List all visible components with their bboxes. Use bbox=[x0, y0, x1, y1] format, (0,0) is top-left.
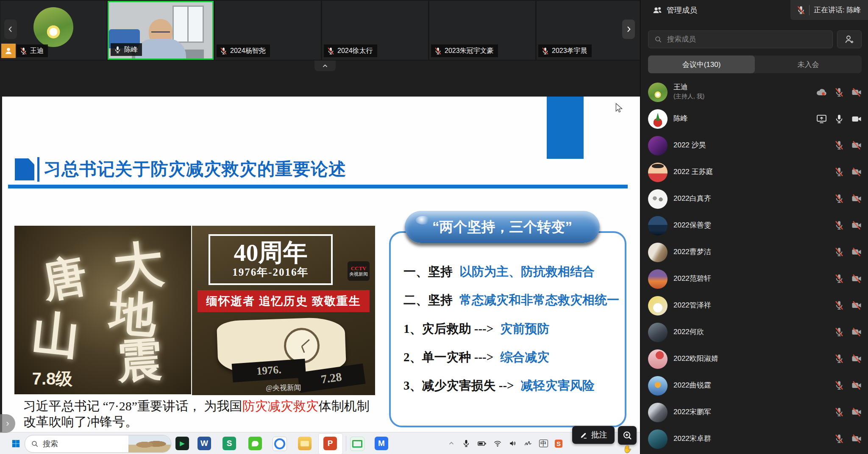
taskbar-divider bbox=[346, 436, 346, 451]
chevron-left-icon bbox=[6, 25, 15, 33]
member-search-box[interactable] bbox=[648, 30, 833, 48]
camera-muted-icon[interactable] bbox=[851, 354, 862, 364]
member-row[interactable]: 2022 沙昊 bbox=[640, 133, 868, 158]
camera-muted-icon[interactable] bbox=[851, 274, 862, 284]
member-row[interactable]: 2022宋鹏军 bbox=[640, 400, 868, 425]
tab-not-joined[interactable]: 未入会 bbox=[755, 55, 862, 73]
mic-on-icon[interactable] bbox=[834, 114, 844, 124]
camera-muted-icon[interactable] bbox=[851, 380, 862, 390]
anniversary-40-image: 40周年 1976年-2016年 CCTV 央视新闻 缅怀逝者 追忆历史 致敬重… bbox=[192, 226, 375, 395]
strip-prev-button[interactable] bbox=[4, 19, 17, 39]
now-speaking-overlay: 正在讲话: 陈峰 bbox=[790, 0, 868, 20]
member-row[interactable]: 2022宋卓群 bbox=[640, 427, 868, 451]
mic-muted-icon bbox=[327, 47, 335, 55]
avatar bbox=[648, 376, 668, 396]
file-explorer-icon[interactable] bbox=[298, 437, 312, 450]
member-row[interactable]: 王迪 (主持人, 我) bbox=[640, 80, 868, 105]
cloud-recording-icon bbox=[816, 87, 827, 98]
mic-muted-icon bbox=[19, 47, 28, 55]
mic-muted-icon[interactable] bbox=[834, 140, 844, 150]
video-tile-speaking[interactable]: 陈峰 bbox=[108, 1, 214, 60]
member-name: 陈峰 bbox=[673, 114, 688, 123]
mic-muted-icon[interactable] bbox=[834, 194, 844, 204]
collapse-strip-button[interactable] bbox=[314, 61, 336, 71]
mic-muted-icon[interactable] bbox=[834, 167, 844, 177]
video-tile[interactable]: 2024杨智尧 bbox=[215, 1, 321, 60]
member-name: 2022管泽祥 bbox=[673, 300, 711, 310]
camera-muted-icon[interactable] bbox=[851, 327, 862, 337]
annotate-button[interactable]: 批注 bbox=[572, 426, 615, 444]
memorial-banner: 缅怀逝者 追忆历史 致敬重生 bbox=[198, 290, 370, 312]
member-row[interactable]: 2022曹梦洁 bbox=[640, 240, 868, 265]
powerpoint-app-icon[interactable]: P bbox=[323, 437, 337, 450]
video-tile[interactable]: 2023朱冠宇文豪 bbox=[429, 1, 535, 60]
mic-muted-icon[interactable] bbox=[834, 407, 844, 417]
wifi-icon[interactable] bbox=[493, 439, 502, 448]
add-member-button[interactable] bbox=[837, 30, 862, 48]
member-row[interactable]: 2022管泽祥 bbox=[640, 293, 868, 318]
slide-banner-pill: “两个坚持，三个转变” bbox=[405, 211, 600, 243]
member-row[interactable]: 2022曲锐霆 bbox=[640, 374, 868, 398]
camera-muted-icon[interactable] bbox=[851, 220, 862, 230]
member-row[interactable]: 2022 王苏庭 bbox=[640, 160, 868, 185]
tile-name-label: 2023孝宇晨 bbox=[538, 44, 592, 57]
camera-muted-icon[interactable] bbox=[851, 434, 862, 444]
member-name: 2022 沙昊 bbox=[673, 140, 706, 150]
mic-muted-icon[interactable] bbox=[834, 300, 844, 310]
seewo-whiteboard-app-icon[interactable]: S bbox=[223, 437, 236, 450]
wechat-app-icon[interactable] bbox=[248, 437, 262, 450]
member-row[interactable]: 2022何欣 bbox=[640, 320, 868, 345]
strip-next-button[interactable] bbox=[622, 19, 635, 39]
meeting-app-icon[interactable]: M bbox=[375, 437, 388, 450]
signature-tool-icon[interactable] bbox=[524, 439, 532, 448]
avatar bbox=[648, 296, 668, 316]
camera-muted-icon[interactable] bbox=[851, 300, 862, 310]
camera-on-icon[interactable] bbox=[851, 114, 862, 124]
tray-mic-icon[interactable] bbox=[462, 439, 470, 448]
mouse-cursor bbox=[614, 102, 625, 114]
mic-muted-icon[interactable] bbox=[834, 247, 844, 257]
video-tile[interactable]: 2024徐太行 bbox=[322, 1, 428, 60]
member-row[interactable]: 2022范碧轩 bbox=[640, 267, 868, 291]
member-search-input[interactable] bbox=[666, 35, 808, 44]
mic-muted-icon[interactable] bbox=[834, 274, 844, 284]
tray-expand-icon[interactable] bbox=[448, 440, 455, 447]
camera-muted-icon[interactable] bbox=[851, 140, 862, 150]
seewo-tray-icon[interactable]: S bbox=[555, 440, 562, 448]
video-player-app-icon[interactable]: ▶ bbox=[175, 437, 189, 450]
participant-name: 2023孝宇晨 bbox=[552, 47, 587, 55]
member-name: 2022宋鹏军 bbox=[673, 407, 711, 417]
mic-muted-icon[interactable] bbox=[834, 327, 844, 337]
browser-app-icon[interactable] bbox=[273, 437, 287, 451]
mic-muted-icon[interactable] bbox=[834, 220, 844, 230]
magnifier-button[interactable] bbox=[618, 426, 637, 445]
mic-muted-icon[interactable] bbox=[834, 434, 844, 444]
camera-muted-icon[interactable] bbox=[851, 247, 862, 257]
member-name: 2022范碧轩 bbox=[673, 274, 711, 283]
battery-icon[interactable] bbox=[477, 439, 487, 448]
mic-muted-icon[interactable] bbox=[834, 87, 844, 97]
tangshan-earthquake-image: 唐 山 大 地 震 7.8级 bbox=[14, 226, 191, 394]
member-row[interactable]: 陈峰 bbox=[640, 107, 868, 131]
avatar bbox=[648, 83, 668, 102]
tab-in-meeting[interactable]: 会议中(130) bbox=[648, 55, 755, 73]
search-icon bbox=[31, 440, 39, 448]
mic-muted-icon[interactable] bbox=[834, 380, 844, 390]
word-app-icon[interactable]: W bbox=[198, 437, 211, 450]
member-row[interactable]: 2022保善雯 bbox=[640, 213, 868, 238]
avatar bbox=[648, 323, 668, 342]
participant-name: 王迪 bbox=[30, 47, 44, 55]
member-row[interactable]: 2022欧阳淑婧 bbox=[640, 347, 868, 371]
camera-muted-icon[interactable] bbox=[851, 87, 862, 97]
mic-muted-icon[interactable] bbox=[834, 354, 844, 364]
image-credit: @央视新闻 bbox=[192, 383, 375, 393]
camera-muted-icon[interactable] bbox=[851, 167, 862, 177]
screen-cast-app-icon[interactable] bbox=[350, 437, 364, 451]
volume-icon[interactable] bbox=[509, 439, 517, 448]
start-button[interactable] bbox=[11, 439, 21, 448]
member-row[interactable]: 2022白真齐 bbox=[640, 187, 868, 211]
camera-muted-icon[interactable] bbox=[851, 194, 862, 204]
taskbar-search[interactable]: 搜索 bbox=[25, 435, 171, 453]
ime-indicator[interactable]: 中 bbox=[539, 440, 548, 447]
camera-muted-icon[interactable] bbox=[851, 407, 862, 417]
